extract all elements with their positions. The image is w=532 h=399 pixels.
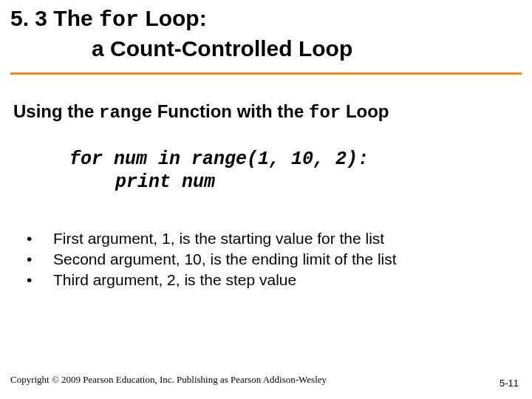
bullet-text: Second argument, 10, is the ending limit… xyxy=(53,249,397,270)
bullet-icon: • xyxy=(27,228,31,249)
title-pre: 5. 3 The xyxy=(10,6,99,30)
list-item: • First argument, 1, is the starting val… xyxy=(27,228,517,249)
bullet-text: Third argument, 2, is the step value xyxy=(53,270,296,290)
subtitle: Using the range Function with the for Lo… xyxy=(0,101,532,123)
title-post: Loop: xyxy=(139,6,207,30)
code-line-2: print num xyxy=(69,171,532,194)
bullet-list: • First argument, 1, is the starting val… xyxy=(0,228,532,291)
list-item: • Second argument, 10, is the ending lim… xyxy=(27,249,517,270)
slide-title: 5. 3 The for Loop: a Count-Controlled Lo… xyxy=(0,0,532,75)
bullet-text: First argument, 1, is the starting value… xyxy=(53,228,384,249)
subtitle-code-for: for xyxy=(309,103,341,123)
bullet-icon: • xyxy=(27,270,31,290)
title-line-2: a Count-Controlled Loop xyxy=(10,35,522,63)
title-line-1: 5. 3 The for Loop: xyxy=(10,4,522,35)
subtitle-mid: Function with the xyxy=(152,101,309,121)
code-example: for num in range(1, 10, 2): print num xyxy=(0,148,532,194)
title-code-for: for xyxy=(99,7,139,33)
page-number: 5-11 xyxy=(499,378,519,389)
subtitle-post: Loop xyxy=(341,101,389,121)
subtitle-code-range: range xyxy=(99,103,152,123)
title-underline xyxy=(10,72,522,75)
subtitle-pre: Using the xyxy=(13,101,99,121)
list-item: • Third argument, 2, is the step value xyxy=(27,270,517,290)
bullet-icon: • xyxy=(27,249,31,270)
copyright-text: Copyright © 2009 Pearson Education, Inc.… xyxy=(10,374,327,386)
code-line-1: for num in range(1, 10, 2): xyxy=(69,148,532,171)
slide: 5. 3 The for Loop: a Count-Controlled Lo… xyxy=(0,0,532,399)
